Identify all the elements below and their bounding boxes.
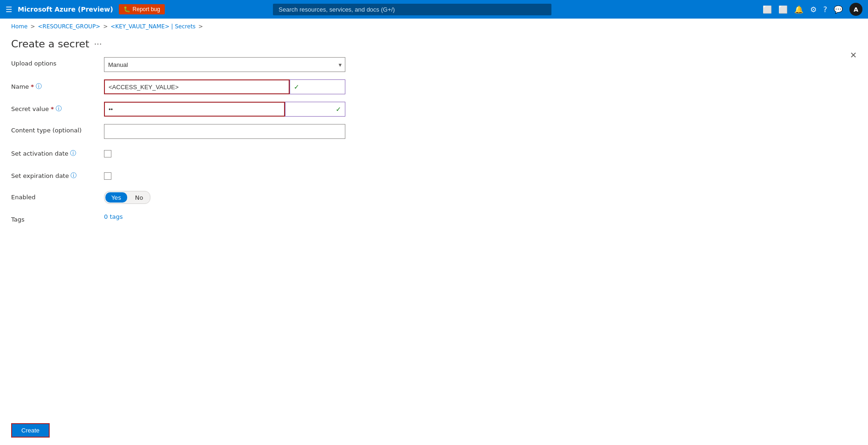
secret-info-icon[interactable]: ⓘ [56, 105, 62, 113]
toggle-yes-option[interactable]: Yes [105, 192, 127, 203]
expiration-date-control [104, 169, 345, 181]
breadcrumb-sep-3: > [198, 23, 203, 30]
page-header: Create a secret ··· [0, 34, 868, 57]
breadcrumb-resource-group[interactable]: <RESOURCE_GROUP> [38, 23, 101, 30]
activation-date-label: Set activation date ⓘ [11, 146, 104, 157]
cloud-upload-icon[interactable]: ⬜ [778, 5, 788, 14]
enabled-label: Enabled [11, 191, 104, 201]
close-panel-button[interactable]: ✕ [850, 50, 857, 60]
notification-bell-icon[interactable]: 🔔 [794, 5, 803, 14]
content-type-control [104, 124, 345, 139]
expiration-info-icon[interactable]: ⓘ [71, 171, 77, 180]
enabled-row: Enabled Yes No [11, 191, 857, 206]
expiration-date-checkbox[interactable] [104, 172, 111, 180]
report-bug-button[interactable]: 🐛 Report bug [119, 4, 165, 14]
more-options-dots[interactable]: ··· [94, 39, 102, 49]
secret-validation-section: ✓ [285, 102, 345, 117]
name-label: Name * ⓘ [11, 79, 104, 91]
secret-check-icon: ✓ [336, 105, 341, 113]
secret-value-label: Secret value * ⓘ [11, 102, 104, 113]
breadcrumb: Home > <RESOURCE_GROUP> > <KEY_VAULT_NAM… [0, 19, 868, 34]
hamburger-menu-icon[interactable]: ☰ [6, 5, 12, 14]
enabled-control: Yes No [104, 191, 345, 204]
bottom-actions-bar: Create [0, 416, 61, 445]
create-secret-form: Upload options Manual ▾ Name * ⓘ [0, 57, 868, 247]
name-input[interactable] [104, 79, 290, 94]
activation-date-checkbox[interactable] [104, 150, 111, 157]
breadcrumb-sep-1: > [30, 23, 35, 30]
secret-value-row: Secret value * ⓘ ✓ [11, 102, 857, 117]
name-row: Name * ⓘ ✓ [11, 79, 857, 94]
content-type-label: Content type (optional) [11, 124, 104, 134]
name-info-icon[interactable]: ⓘ [36, 82, 42, 91]
main-content-area: Home > <RESOURCE_GROUP> > <KEY_VAULT_NAM… [0, 19, 868, 445]
name-required-star: * [31, 83, 34, 90]
upload-options-row: Upload options Manual ▾ [11, 57, 857, 72]
toggle-no-option[interactable]: No [128, 191, 150, 203]
activation-date-row: Set activation date ⓘ [11, 146, 857, 161]
secret-value-control: ✓ [104, 102, 345, 117]
name-control: ✓ [104, 79, 345, 94]
content-type-row: Content type (optional) [11, 124, 857, 139]
top-bar-icons-group: ⬜ ⬜ 🔔 ⚙ ? 💬 A [763, 3, 862, 16]
upload-options-select[interactable]: Manual [104, 57, 345, 72]
tags-control: 0 tags [104, 213, 345, 220]
search-input[interactable] [273, 4, 551, 15]
page-title: Create a secret [11, 38, 89, 50]
create-button[interactable]: Create [11, 423, 50, 438]
activation-info-icon[interactable]: ⓘ [70, 149, 76, 157]
activation-date-control [104, 146, 345, 159]
tags-link[interactable]: 0 tags [104, 213, 123, 220]
name-check-icon: ✓ [294, 83, 299, 91]
bug-icon: 🐛 [123, 6, 130, 13]
upload-options-control: Manual ▾ [104, 57, 345, 72]
name-validation-section: ✓ [290, 79, 345, 94]
app-title: Microsoft Azure (Preview) [18, 6, 113, 13]
report-bug-label: Report bug [133, 6, 160, 13]
feedback-icon[interactable]: 💬 [834, 5, 843, 14]
expiration-date-row: Set expiration date ⓘ [11, 169, 857, 183]
content-type-input[interactable] [104, 124, 345, 139]
name-input-group: ✓ [104, 79, 345, 94]
secret-required-star: * [51, 105, 54, 112]
breadcrumb-sep-2: > [103, 23, 108, 30]
secret-value-input[interactable] [104, 102, 285, 117]
upload-options-select-wrapper: Manual ▾ [104, 57, 345, 72]
breadcrumb-key-vault[interactable]: <KEY_VAULT_NAME> | Secrets [110, 23, 195, 30]
secret-input-group: ✓ [104, 102, 345, 117]
user-avatar[interactable]: A [849, 3, 862, 16]
top-nav-bar: ☰ Microsoft Azure (Preview) 🐛 Report bug… [0, 0, 868, 19]
expiration-date-label: Set expiration date ⓘ [11, 169, 104, 180]
help-question-icon[interactable]: ? [823, 5, 827, 14]
settings-gear-icon[interactable]: ⚙ [810, 5, 816, 14]
enabled-toggle-group[interactable]: Yes No [104, 191, 150, 204]
tags-label: Tags [11, 213, 104, 223]
breadcrumb-home[interactable]: Home [11, 23, 27, 30]
upload-options-label: Upload options [11, 57, 104, 67]
email-icon[interactable]: ⬜ [763, 5, 772, 14]
tags-row: Tags 0 tags [11, 213, 857, 228]
